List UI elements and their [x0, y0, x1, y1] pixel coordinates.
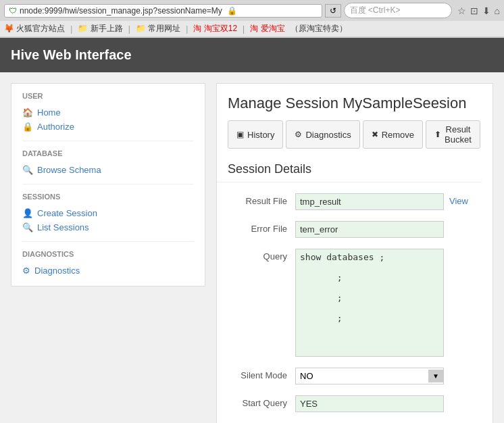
- tab-result-bucket[interactable]: ⬆ Result Bucket: [426, 120, 480, 149]
- sidebar-item-diagnostics[interactable]: ⚙ Diagnostics: [22, 264, 194, 278]
- search-placeholder: 百度 <Ctrl+K>: [350, 5, 401, 16]
- query-row: Query show databases ; ; ; ;: [228, 249, 471, 357]
- result-file-input[interactable]: [295, 193, 444, 210]
- tab-remove[interactable]: ✖ Remove: [363, 120, 423, 149]
- page-title: Manage Session MySampleSeesion: [217, 95, 482, 112]
- bookmarks-bar: 🦊 火狐官方站点 | 📁 新手上路 | 📁 常用网址 | 淘 淘宝双12 | 淘…: [0, 21, 504, 37]
- bookmark-newuser[interactable]: 📁 新手上路: [78, 23, 122, 34]
- sidebar-section-database: DATABASE: [22, 149, 194, 157]
- download-icon[interactable]: ⬇: [482, 5, 490, 16]
- sidebar-divider-3: [22, 241, 194, 242]
- start-query-input[interactable]: [295, 395, 444, 412]
- sidebar-section-user: USER: [22, 92, 194, 100]
- user-sidebar-icon: 👤: [22, 208, 33, 218]
- bookmark-special[interactable]: （原淘宝特卖）: [291, 23, 347, 34]
- browser-chrome: 🛡 nnode:9999/hwi/session_manage.jsp?sess…: [0, 0, 504, 38]
- sidebar-divider-2: [22, 184, 194, 184]
- silent-mode-label: Silent Mode: [228, 368, 295, 380]
- result-file-label: Result File: [228, 193, 295, 206]
- result-file-row: Result File View: [228, 193, 471, 210]
- error-file-label: Error File: [228, 221, 295, 234]
- remove-tab-icon: ✖: [372, 130, 378, 139]
- sidebar-section-sessions: SESSIONS: [22, 193, 194, 201]
- start-query-control: [295, 395, 444, 412]
- query-label: Query: [228, 249, 295, 262]
- bookmark-foxofficial[interactable]: 🦊 火狐官方站点: [4, 23, 65, 34]
- history-tab-icon: ▣: [236, 130, 244, 139]
- shield-icon: 🛡: [9, 6, 17, 16]
- search-sidebar-icon: 🔍: [22, 165, 33, 175]
- sidebar-section-diagnostics: DIAGNOSTICS: [22, 250, 194, 258]
- sidebar-item-authorize[interactable]: 🔒 Authorize: [22, 120, 194, 134]
- gear-sidebar-icon: ⚙: [22, 266, 30, 276]
- query-textarea[interactable]: show databases ; ; ; ;: [295, 249, 444, 357]
- form-area: Result File View Error File Query show d…: [217, 193, 482, 412]
- sidebar: USER 🏠 Home 🔒 Authorize DATABASE 🔍 Brows…: [0, 72, 216, 423]
- tab-history[interactable]: ▣ History: [228, 120, 283, 149]
- tab-diagnostics[interactable]: ⚙ Diagnostics: [286, 120, 359, 149]
- bookmark-icon[interactable]: ⊡: [470, 5, 478, 16]
- bookmark-taobao12[interactable]: 淘 淘宝双12: [193, 23, 237, 34]
- search-box[interactable]: 百度 <Ctrl+K>: [344, 3, 452, 18]
- start-query-row: Start Query: [228, 395, 471, 412]
- sidebar-item-home[interactable]: 🏠 Home: [22, 105, 194, 120]
- sidebar-item-browse-schema[interactable]: 🔍 Browse Schema: [22, 163, 194, 177]
- sidebar-divider-1: [22, 141, 194, 141]
- silent-mode-dropdown-arrow[interactable]: ▼: [428, 370, 443, 382]
- bookmark-common[interactable]: 📁 常用网址: [136, 23, 180, 34]
- lock-sidebar-icon: 🔒: [22, 122, 33, 132]
- silent-mode-select[interactable]: NO YES: [296, 368, 428, 384]
- url-display: 🛡 nnode:9999/hwi/session_manage.jsp?sess…: [4, 4, 322, 18]
- home-sidebar-icon: 🏠: [22, 107, 33, 118]
- error-file-control: [295, 221, 444, 238]
- error-file-row: Error File: [228, 221, 471, 238]
- bucket-tab-icon: ⬆: [434, 130, 441, 139]
- silent-mode-row: Silent Mode NO YES ▼: [228, 368, 471, 384]
- silent-mode-select-wrapper: NO YES ▼: [295, 368, 444, 384]
- address-bar: 🛡 nnode:9999/hwi/session_manage.jsp?sess…: [0, 0, 504, 21]
- error-file-input[interactable]: [295, 221, 444, 238]
- sidebar-item-list-sessions[interactable]: 🔍 List Sessions: [22, 220, 194, 234]
- bookmark-aitaobao[interactable]: 淘 爱淘宝: [250, 23, 284, 34]
- query-wrapper: show databases ; ; ; ;: [295, 249, 444, 357]
- result-file-view-link[interactable]: View: [449, 193, 468, 206]
- sidebar-panel: USER 🏠 Home 🔒 Authorize DATABASE 🔍 Brows…: [11, 83, 205, 287]
- security-icon: 🔒: [227, 6, 237, 16]
- main-layout: USER 🏠 Home 🔒 Authorize DATABASE 🔍 Brows…: [0, 72, 504, 423]
- bookmark-star-icon[interactable]: ☆: [457, 5, 466, 16]
- content-area: Manage Session MySampleSeesion ▣ History…: [216, 83, 493, 423]
- section-heading: Session Details: [217, 157, 482, 182]
- home-icon[interactable]: ⌂: [495, 5, 500, 16]
- browser-icons: ☆ ⊡ ⬇ ⌂: [457, 5, 500, 16]
- list-sidebar-icon: 🔍: [22, 222, 33, 232]
- app-header: Hive Web Interface: [0, 38, 504, 72]
- start-query-label: Start Query: [228, 395, 295, 408]
- reload-button[interactable]: ↺: [325, 4, 341, 18]
- sidebar-item-create-session[interactable]: 👤 Create Session: [22, 206, 194, 220]
- diagnostics-tab-icon: ⚙: [295, 130, 302, 139]
- tab-bar: ▣ History ⚙ Diagnostics ✖ Remove ⬆ Resul…: [217, 120, 482, 149]
- result-file-control: [295, 193, 444, 210]
- app-title: Hive Web Interface: [11, 47, 132, 62]
